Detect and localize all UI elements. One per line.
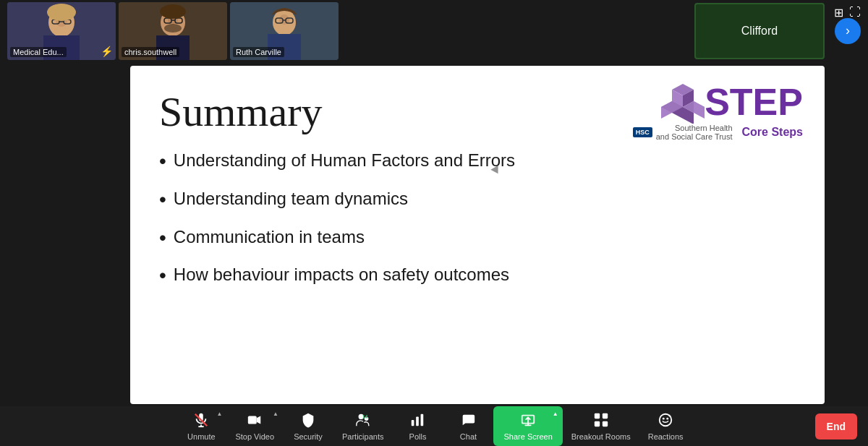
stop-video-button[interactable]: ▲ Stop Video xyxy=(226,406,283,446)
share-screen-label: Share Screen xyxy=(503,432,552,441)
hsc-badge: HSC xyxy=(633,127,652,137)
participants-button[interactable]: 14 Participants xyxy=(333,406,392,446)
polls-button[interactable]: Polls xyxy=(392,406,443,446)
microphone-icon xyxy=(193,412,209,431)
bullet-3: Communication in teams xyxy=(159,227,796,249)
participant-name-1: Medical Edu... xyxy=(10,47,67,57)
fullscreen-icon[interactable]: ⛶ xyxy=(849,6,861,20)
bullet-1: Understanding of Human Factors and Error… xyxy=(159,150,796,173)
breakout-icon xyxy=(593,412,609,431)
top-bar: Medical Edu... ⚡ chris.southwell xyxy=(0,0,868,61)
chat-button[interactable]: Chat xyxy=(443,406,493,446)
step-cubes-icon xyxy=(661,80,705,124)
clifford-next-button[interactable]: › xyxy=(835,18,861,44)
svg-point-51 xyxy=(663,417,665,419)
svg-point-15 xyxy=(164,24,182,33)
clifford-panel: Clifford xyxy=(694,3,825,59)
breakout-rooms-label: Breakout Rooms xyxy=(571,432,631,441)
bullet-2: Understanding team dynamics xyxy=(159,189,796,211)
svg-point-7 xyxy=(47,4,76,21)
svg-text:14: 14 xyxy=(362,414,368,419)
left-strip xyxy=(0,64,87,406)
svg-rect-46 xyxy=(595,413,600,418)
svg-rect-48 xyxy=(595,421,600,426)
reactions-button[interactable]: + Reactions xyxy=(639,406,692,446)
reactions-icon: + xyxy=(658,412,673,431)
step-logo-text: STEP xyxy=(705,80,803,124)
participant-name-2: chris.southwell xyxy=(122,47,179,57)
svg-marker-32 xyxy=(694,101,705,119)
end-label: End xyxy=(827,421,846,432)
svg-point-16 xyxy=(160,4,186,19)
participant-name-3: Ruth Carville xyxy=(233,47,284,57)
slide-area: Summary xyxy=(130,66,825,404)
step-sub1: Southern Health xyxy=(656,124,733,132)
svg-rect-37 xyxy=(248,416,257,424)
chat-icon xyxy=(460,412,476,431)
polls-label: Polls xyxy=(409,432,427,441)
share-screen-button[interactable]: ▲ Share Screen xyxy=(493,406,562,446)
svg-text:+: + xyxy=(668,413,671,419)
unmute-label: Unmute xyxy=(187,432,216,441)
breakout-rooms-button[interactable]: Breakout Rooms xyxy=(563,406,639,446)
security-icon xyxy=(300,412,316,431)
unmute-button[interactable]: ▲ Unmute xyxy=(176,406,226,446)
slide-bullets: Understanding of Human Factors and Error… xyxy=(159,150,796,287)
participants-label: Participants xyxy=(342,432,383,441)
top-right-icons: ⊞ ⛶ xyxy=(834,6,861,20)
share-screen-icon xyxy=(520,412,536,431)
participant-thumb-2[interactable]: chris.southwell xyxy=(119,2,227,60)
step-sub2: and Social Care Trust xyxy=(656,132,733,141)
video-caret-icon[interactable]: ▲ xyxy=(273,411,278,417)
svg-rect-49 xyxy=(603,421,608,426)
chat-label: Chat xyxy=(460,432,477,441)
step-logo: STEP HSC Southern Health and Social Care… xyxy=(633,80,803,141)
stop-video-label: Stop Video xyxy=(235,432,274,441)
video-icon xyxy=(247,412,263,431)
reactions-label: Reactions xyxy=(648,432,684,441)
participants-icon: 14 xyxy=(355,412,371,431)
grid-view-icon[interactable]: ⊞ xyxy=(834,6,843,20)
participant-icon-1: ⚡ xyxy=(101,46,113,57)
participant-thumb-1[interactable]: Medical Edu... ⚡ xyxy=(7,2,116,60)
step-hsc: HSC Southern Health and Social Care Trus… xyxy=(633,124,803,141)
main-content: Summary xyxy=(87,64,868,406)
security-button[interactable]: Security xyxy=(283,406,333,446)
share-screen-caret-icon[interactable]: ▲ xyxy=(553,411,558,417)
polls-icon xyxy=(409,412,425,431)
svg-rect-41 xyxy=(412,420,414,426)
bullet-4: How behaviour impacts on safety outcomes xyxy=(159,265,796,287)
unmute-caret-icon[interactable]: ▲ xyxy=(216,411,222,417)
svg-rect-43 xyxy=(421,413,424,426)
clifford-name: Clifford xyxy=(741,25,778,38)
toolbar: ▲ Unmute ▲ Stop Video xyxy=(0,406,868,446)
end-button[interactable]: End xyxy=(815,413,857,439)
core-steps-label: Core Steps xyxy=(742,126,803,139)
security-label: Security xyxy=(294,432,323,441)
participant-thumb-3[interactable]: Ruth Carville xyxy=(230,2,339,60)
svg-rect-42 xyxy=(417,416,420,426)
svg-rect-47 xyxy=(603,413,608,418)
